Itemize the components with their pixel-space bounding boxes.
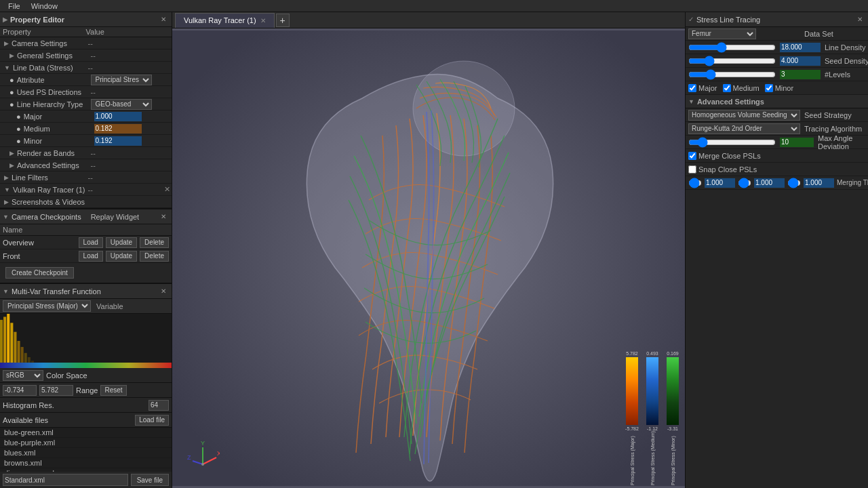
prop-row-attribute[interactable]: ● Attribute Principal Stress <box>0 74 172 86</box>
prop-name-major: ● Major <box>1 113 93 121</box>
prop-row-renderbands[interactable]: ▶ Render as Bands -- <box>0 147 172 159</box>
checkpoint-delete-1[interactable]: Delete <box>140 251 169 262</box>
line-density-input[interactable] <box>780 43 821 52</box>
prop-row-linedata[interactable]: ▼ Line Data (Stress) -- <box>0 62 172 74</box>
range-max-input[interactable] <box>39 385 73 396</box>
checkpoint-delete-0[interactable]: Delete <box>140 237 169 248</box>
prop-row-camera[interactable]: ▶ Camera Settings -- <box>0 37 172 49</box>
prop-row-advancedsettings[interactable]: ▶ Advanced Settings -- <box>0 159 172 171</box>
prop-col-property: Property <box>3 28 86 36</box>
advanced-settings-divider[interactable]: ▼ Advanced Settings <box>686 95 868 108</box>
max-angle-input[interactable] <box>780 138 814 147</box>
nlevels-input[interactable] <box>780 70 821 79</box>
histogram-container[interactable] <box>0 314 172 368</box>
max-angle-slider[interactable] <box>688 138 776 146</box>
nlevels-slider[interactable] <box>688 70 776 79</box>
prop-row-minor[interactable]: ● Minor <box>0 135 172 147</box>
thresh2-slider[interactable] <box>738 179 751 187</box>
prop-row-hierarchy[interactable]: ● Line Hierarchy Type GEO-based <box>0 98 172 110</box>
colorbar-3-min: -3.31 <box>667 426 678 431</box>
file-item-1[interactable]: blue-purple.xml <box>0 438 172 448</box>
vulkan-close[interactable]: ✕ <box>164 185 170 194</box>
minor-input[interactable] <box>94 136 142 146</box>
thresh1-slider[interactable] <box>688 179 702 187</box>
colorspace-select[interactable]: sRGB <box>3 370 43 381</box>
file-actions: Save file <box>0 472 172 488</box>
viewport-content[interactable]: X Y Z 5.782 -5.782 Princ <box>172 28 685 488</box>
axes-svg: X Y Z <box>186 441 220 474</box>
prop-row-usedps[interactable]: ● Used PS Directions -- <box>0 86 172 98</box>
checkpoint-close[interactable]: ✕ <box>158 211 169 222</box>
thresh2-input[interactable] <box>754 178 785 188</box>
property-editor-close[interactable]: ✕ <box>158 14 169 25</box>
prop-row-vulkan[interactable]: ▼ Vulkan Ray Tracer (1) -- ✕ <box>0 184 172 196</box>
file-item-2[interactable]: blues.xml <box>0 448 172 458</box>
slt-row-checkboxes: Major Medium Minor <box>686 81 868 95</box>
thresh3-input[interactable] <box>804 178 834 188</box>
file-item-3[interactable]: browns.xml <box>0 458 172 468</box>
prop-row-linefilters[interactable]: ▶ Line Filters -- <box>0 171 172 184</box>
medium-checkbox[interactable] <box>723 84 731 92</box>
checkpoint-name-0: Overview <box>3 239 76 247</box>
femur-select[interactable]: Femur <box>688 28 756 39</box>
line-density-slider[interactable] <box>688 43 776 52</box>
viewport-tab-0[interactable]: Vulkan Ray Tracer (1) ✕ <box>175 13 275 28</box>
histogram-res-input[interactable] <box>149 400 169 411</box>
medium-input[interactable] <box>94 124 142 134</box>
stress-panel-header: ✓ Stress Line Tracing ✕ <box>686 12 868 27</box>
minor-checkbox[interactable] <box>765 84 773 92</box>
range-min-input[interactable] <box>3 385 37 396</box>
major-checkbox[interactable] <box>688 84 696 92</box>
minor-label: Minor <box>775 84 794 92</box>
prop-row-medium[interactable]: ● Medium <box>0 123 172 135</box>
checkpoint-update-0[interactable]: Update <box>106 237 137 248</box>
file-list: blue-green.xml blue-purple.xml blues.xml… <box>0 428 172 472</box>
variable-select[interactable]: Principal Stress (Major) <box>3 300 91 312</box>
homogeneous-select[interactable]: Homogeneous Volume Seeding <box>688 110 800 121</box>
replay-widget-tab[interactable]: Replay Widget <box>91 213 140 221</box>
save-filename-input[interactable] <box>3 474 128 486</box>
create-checkpoint-button[interactable]: Create Checkpoint <box>5 267 74 279</box>
colorbar-2-label: Principal Stress (Medium) <box>650 431 655 485</box>
prop-name-medium: ● Medium <box>1 125 93 133</box>
prop-name-attribute: ● Attribute <box>1 76 90 84</box>
checkpoint-update-1[interactable]: Update <box>106 251 137 262</box>
rungekutta-select[interactable]: Runge-Kutta 2nd Order <box>688 123 800 134</box>
checkpoint-title: Camera Checkpoints <box>12 213 81 221</box>
thresh3-slider[interactable] <box>787 179 801 187</box>
reset-button[interactable]: Reset <box>100 385 126 396</box>
prop-value-hierarchy: GEO-based <box>90 99 171 110</box>
major-input[interactable] <box>94 112 142 121</box>
histogram-svg <box>0 314 172 368</box>
save-file-button[interactable]: Save file <box>131 474 169 486</box>
prop-row-major[interactable]: ● Major <box>0 110 172 123</box>
merging-thresh-label: Merging Thresholds <box>837 179 868 186</box>
colorbar-1-label: Principal Stress (Major) <box>630 431 635 485</box>
colorbar-2-max: 0.493 <box>646 351 658 356</box>
stress-panel-close[interactable]: ✕ <box>854 14 865 25</box>
load-file-button[interactable]: Load file <box>135 415 169 426</box>
viewport-tab-close[interactable]: ✕ <box>260 17 266 24</box>
seed-density-label: Seed Density <box>825 57 868 65</box>
file-item-0[interactable]: blue-green.xml <box>0 428 172 438</box>
merge-close-checkbox[interactable] <box>688 152 696 160</box>
seed-density-input[interactable] <box>780 56 821 66</box>
transfer-close[interactable]: ✕ <box>158 286 169 297</box>
svg-line-22 <box>193 461 203 464</box>
menu-window[interactable]: Window <box>26 2 63 10</box>
snap-close-checkbox[interactable] <box>688 165 696 174</box>
seed-density-slider[interactable] <box>688 57 776 65</box>
nlevels-label: #Levels <box>825 70 868 79</box>
histogram-res-label: Histogram Res. <box>3 401 146 409</box>
checkpoint-load-1[interactable]: Load <box>79 251 103 262</box>
prop-row-screenshots[interactable]: ▶ Screenshots & Videos <box>0 196 172 208</box>
thresh1-input[interactable] <box>705 178 735 188</box>
menu-file[interactable]: File <box>3 2 26 10</box>
viewport-add-tab[interactable]: + <box>276 14 290 27</box>
checkpoint-load-0[interactable]: Load <box>79 237 103 248</box>
prop-row-general[interactable]: ▶ General Settings -- <box>0 49 172 62</box>
attribute-select[interactable]: Principal Stress <box>91 75 152 85</box>
color-gradient-bar <box>0 363 172 368</box>
hierarchy-select[interactable]: GEO-based <box>91 99 152 110</box>
colorbar-2: 0.493 -1.12 Principal Stress (Medium) <box>643 351 662 485</box>
